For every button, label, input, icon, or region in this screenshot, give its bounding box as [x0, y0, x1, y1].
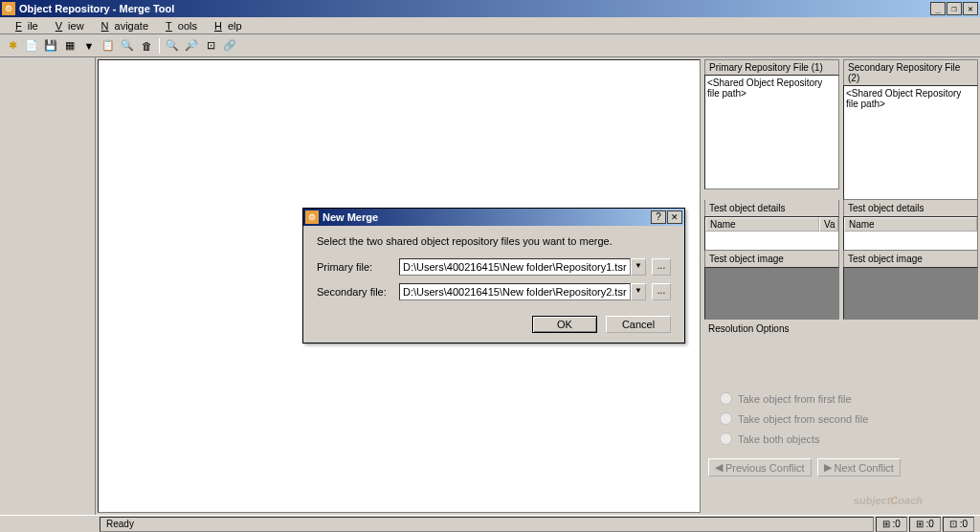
tool-filter-icon[interactable]: ▼ — [80, 37, 98, 55]
next-conflict-label: Next Conflict — [835, 462, 894, 474]
status-pane-2: ⊞ :0 — [909, 517, 941, 532]
next-icon: ▶ — [824, 461, 832, 474]
radio-first[interactable] — [720, 392, 732, 405]
tool-link-icon[interactable]: 🔗 — [221, 37, 238, 55]
cancel-button[interactable]: Cancel — [606, 316, 671, 333]
primary-dropdown-icon[interactable]: ▼ — [631, 258, 646, 276]
dialog-instruction: Select the two shared object repository … — [317, 235, 671, 247]
dialog-titlebar: ⚙ New Merge ? ✕ — [303, 209, 684, 226]
radio-second[interactable] — [720, 412, 732, 425]
right-panel: Primary Repository File (1) <Shared Obje… — [702, 57, 980, 515]
primary-file-label: Primary file: — [317, 261, 393, 273]
toolbar: ✱ 📄 💾 ▦ ▼ 📋 🔍 🗑 🔍 🔎 ⊡ 🔗 — [0, 34, 980, 57]
primary-image-box — [704, 267, 839, 320]
dialog-icon: ⚙ — [305, 211, 319, 224]
menu-navigate[interactable]: Navigate — [90, 19, 154, 33]
tool-grid-icon[interactable]: ▦ — [61, 37, 78, 55]
dialog-title: New Merge — [323, 211, 651, 223]
primary-browse-button[interactable]: ... — [652, 258, 671, 276]
close-button[interactable]: ✕ — [963, 2, 978, 15]
secondary-browse-button[interactable]: ... — [652, 283, 671, 300]
toolbar-separator — [159, 38, 160, 54]
prev-icon: ◀ — [715, 461, 723, 474]
app-icon: ⚙ — [2, 2, 15, 15]
left-panel — [0, 57, 96, 515]
tool-list-icon[interactable]: 📋 — [100, 37, 117, 55]
opt-take-second[interactable]: Take object from second file — [720, 409, 974, 429]
tool-zoomfit-icon[interactable]: ⊡ — [202, 37, 219, 55]
secondary-repo-header: Secondary Repository File (2) — [843, 59, 978, 85]
secondary-file-label: Secondary file: — [317, 286, 393, 298]
secondary-details-grid[interactable]: Name — [843, 216, 978, 251]
col-va[interactable]: Va — [819, 217, 838, 232]
menu-tools[interactable]: Tools — [154, 19, 203, 33]
dialog-close-button[interactable]: ✕ — [667, 211, 682, 224]
resolution-label: Resolution Options — [704, 320, 978, 338]
ok-button[interactable]: OK — [532, 316, 597, 333]
menu-help[interactable]: Help — [203, 19, 248, 33]
menu-file[interactable]: File — [4, 19, 44, 33]
prev-conflict-label: Previous Conflict — [725, 462, 805, 474]
window-title: Object Repository - Merge Tool — [19, 3, 930, 14]
secondary-image-box — [843, 267, 978, 320]
menubar: File View Navigate Tools Help — [0, 17, 980, 34]
opt-first-label: Take object from first file — [738, 393, 852, 405]
resolution-options: Take object from first file Take object … — [704, 381, 978, 453]
opt-take-both[interactable]: Take both objects — [720, 429, 974, 449]
primary-file-input[interactable] — [399, 258, 631, 276]
status-pane-1: ⊞ :0 — [876, 517, 907, 532]
secondary-file-combo[interactable]: ▼ — [399, 283, 646, 300]
tool-new-icon[interactable]: ✱ — [4, 37, 21, 55]
col-name-2[interactable]: Name — [844, 217, 977, 232]
tool-zoomin-icon[interactable]: 🔍 — [164, 37, 181, 55]
primary-file-combo[interactable]: ▼ — [399, 258, 646, 276]
next-conflict-button[interactable]: ▶Next Conflict — [817, 458, 901, 477]
new-merge-dialog: ⚙ New Merge ? ✕ Select the two shared ob… — [302, 208, 685, 344]
status-ready: Ready — [100, 517, 874, 532]
status-pane-3: ⊡ :0 — [943, 517, 974, 532]
dialog-help-button[interactable]: ? — [651, 211, 666, 224]
secondary-details-label: Test object details — [843, 200, 978, 216]
primary-repo-header: Primary Repository File (1) — [704, 59, 839, 75]
col-name[interactable]: Name — [705, 217, 819, 232]
prev-conflict-button[interactable]: ◀Previous Conflict — [708, 458, 812, 477]
window-buttons: _ ❐ ✕ — [930, 2, 978, 15]
restore-button[interactable]: ❐ — [947, 2, 962, 15]
window-titlebar: ⚙ Object Repository - Merge Tool _ ❐ ✕ — [0, 0, 980, 17]
tool-find-icon[interactable]: 🔍 — [119, 37, 136, 55]
statusbar: Ready ⊞ :0 ⊞ :0 ⊡ :0 — [0, 515, 980, 532]
menu-view[interactable]: View — [44, 19, 90, 33]
tool-zoomout-icon[interactable]: 🔎 — [183, 37, 200, 55]
secondary-dropdown-icon[interactable]: ▼ — [631, 283, 646, 300]
primary-details-grid[interactable]: Name Va — [704, 216, 839, 251]
tool-open-icon[interactable]: 📄 — [23, 37, 40, 55]
opt-take-first[interactable]: Take object from first file — [720, 388, 974, 409]
minimize-button[interactable]: _ — [930, 2, 946, 15]
secondary-file-input[interactable] — [399, 283, 631, 300]
tool-save-icon[interactable]: 💾 — [42, 37, 59, 55]
opt-both-label: Take both objects — [738, 433, 820, 445]
secondary-image-label: Test object image — [843, 251, 978, 267]
primary-details-label: Test object details — [704, 200, 839, 216]
opt-second-label: Take object from second file — [738, 413, 868, 425]
tool-delete-icon[interactable]: 🗑 — [138, 37, 155, 55]
radio-both[interactable] — [720, 432, 732, 445]
primary-repo-tree[interactable]: <Shared Object Repository file path> — [704, 75, 839, 189]
secondary-repo-tree[interactable]: <Shared Object Repository file path> — [843, 85, 978, 200]
primary-image-label: Test object image — [704, 251, 839, 267]
